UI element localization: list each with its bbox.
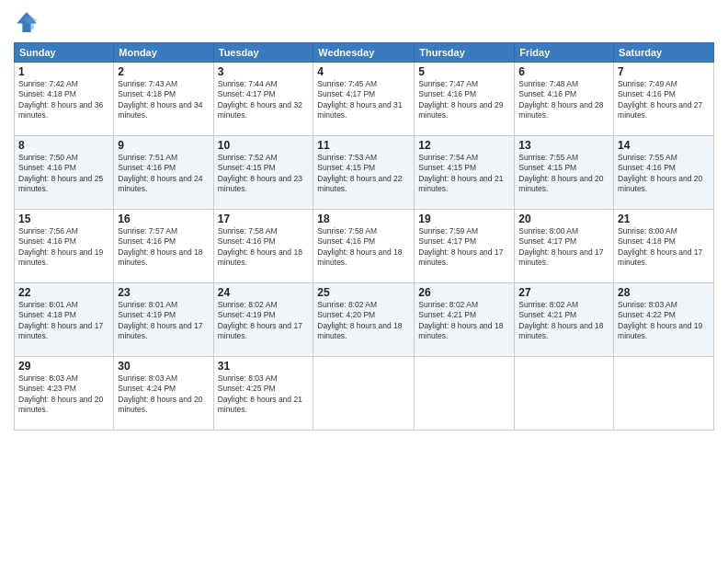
calendar-cell: 12Sunrise: 7:54 AMSunset: 4:15 PMDayligh… [415, 136, 515, 210]
day-number: 10 [218, 139, 310, 152]
calendar-cell: 20Sunrise: 8:00 AMSunset: 4:17 PMDayligh… [515, 210, 614, 283]
day-number: 13 [518, 139, 609, 152]
logo-icon [14, 9, 40, 35]
calendar-week-2: 8Sunrise: 7:50 AMSunset: 4:16 PMDaylight… [15, 136, 714, 210]
day-number: 22 [18, 286, 109, 299]
day-number: 24 [218, 286, 310, 299]
calendar-cell: 22Sunrise: 8:01 AMSunset: 4:18 PMDayligh… [15, 283, 114, 357]
calendar-cell: 2Sunrise: 7:43 AMSunset: 4:18 PMDaylight… [114, 63, 213, 136]
calendar-cell: 14Sunrise: 7:55 AMSunset: 4:16 PMDayligh… [614, 136, 714, 210]
calendar-cell: 27Sunrise: 8:02 AMSunset: 4:21 PMDayligh… [515, 283, 614, 357]
calendar-cell [614, 357, 714, 431]
col-header-sunday: Sunday [15, 43, 114, 63]
day-number: 9 [118, 139, 209, 152]
col-header-tuesday: Tuesday [213, 43, 313, 63]
calendar-cell: 25Sunrise: 8:02 AMSunset: 4:20 PMDayligh… [313, 283, 415, 357]
calendar-cell: 11Sunrise: 7:53 AMSunset: 4:15 PMDayligh… [313, 136, 415, 210]
day-number: 12 [418, 139, 510, 152]
col-header-thursday: Thursday [415, 43, 515, 63]
day-info: Sunrise: 8:00 AMSunset: 4:17 PMDaylight:… [518, 226, 609, 269]
day-info: Sunrise: 8:02 AMSunset: 4:21 PMDaylight:… [518, 300, 609, 342]
calendar-header-row: SundayMondayTuesdayWednesdayThursdayFrid… [15, 43, 714, 63]
day-info: Sunrise: 8:02 AMSunset: 4:19 PMDaylight:… [218, 300, 310, 342]
day-info: Sunrise: 7:42 AMSunset: 4:18 PMDaylight:… [18, 79, 109, 121]
header [14, 9, 714, 35]
calendar-cell: 30Sunrise: 8:03 AMSunset: 4:24 PMDayligh… [114, 357, 213, 431]
day-info: Sunrise: 7:50 AMSunset: 4:16 PMDaylight:… [18, 153, 109, 195]
day-info: Sunrise: 8:00 AMSunset: 4:18 PMDaylight:… [618, 226, 710, 269]
calendar-cell: 17Sunrise: 7:58 AMSunset: 4:16 PMDayligh… [213, 210, 313, 283]
day-info: Sunrise: 8:03 AMSunset: 4:24 PMDaylight:… [118, 373, 209, 416]
day-number: 15 [18, 213, 109, 225]
calendar-cell: 24Sunrise: 8:02 AMSunset: 4:19 PMDayligh… [213, 283, 313, 357]
day-number: 2 [118, 65, 209, 78]
day-number: 21 [618, 213, 710, 225]
day-info: Sunrise: 8:01 AMSunset: 4:18 PMDaylight:… [18, 300, 109, 342]
day-number: 29 [18, 360, 109, 373]
day-number: 23 [118, 286, 209, 299]
day-number: 19 [418, 213, 510, 225]
calendar-cell [313, 357, 415, 431]
day-info: Sunrise: 8:03 AMSunset: 4:22 PMDaylight:… [618, 300, 710, 342]
day-number: 14 [618, 139, 710, 152]
calendar-cell: 15Sunrise: 7:56 AMSunset: 4:16 PMDayligh… [15, 210, 114, 283]
day-info: Sunrise: 7:54 AMSunset: 4:15 PMDaylight:… [418, 153, 510, 195]
calendar-cell: 18Sunrise: 7:58 AMSunset: 4:16 PMDayligh… [313, 210, 415, 283]
day-number: 20 [518, 213, 609, 225]
day-number: 27 [518, 286, 609, 299]
day-number: 5 [418, 65, 510, 78]
col-header-monday: Monday [114, 43, 213, 63]
calendar-cell: 10Sunrise: 7:52 AMSunset: 4:15 PMDayligh… [213, 136, 313, 210]
day-number: 30 [118, 360, 209, 373]
day-number: 28 [618, 286, 710, 299]
day-number: 7 [618, 65, 710, 78]
calendar-cell: 23Sunrise: 8:01 AMSunset: 4:19 PMDayligh… [114, 283, 213, 357]
calendar-cell: 8Sunrise: 7:50 AMSunset: 4:16 PMDaylight… [15, 136, 114, 210]
day-info: Sunrise: 7:52 AMSunset: 4:15 PMDaylight:… [218, 153, 310, 195]
col-header-wednesday: Wednesday [313, 43, 415, 63]
day-number: 18 [317, 213, 410, 225]
col-header-saturday: Saturday [614, 43, 714, 63]
calendar-cell: 31Sunrise: 8:03 AMSunset: 4:25 PMDayligh… [213, 357, 313, 431]
calendar-cell: 28Sunrise: 8:03 AMSunset: 4:22 PMDayligh… [614, 283, 714, 357]
calendar-week-4: 22Sunrise: 8:01 AMSunset: 4:18 PMDayligh… [15, 283, 714, 357]
day-number: 4 [317, 65, 410, 78]
day-number: 25 [317, 286, 410, 299]
page: SundayMondayTuesdayWednesdayThursdayFrid… [0, 0, 728, 563]
calendar-cell: 7Sunrise: 7:49 AMSunset: 4:16 PMDaylight… [614, 63, 714, 136]
day-info: Sunrise: 7:51 AMSunset: 4:16 PMDaylight:… [118, 153, 209, 195]
calendar-cell [415, 357, 515, 431]
calendar-table: SundayMondayTuesdayWednesdayThursdayFrid… [14, 42, 714, 431]
calendar-cell: 9Sunrise: 7:51 AMSunset: 4:16 PMDaylight… [114, 136, 213, 210]
logo [14, 9, 43, 35]
calendar-cell: 29Sunrise: 8:03 AMSunset: 4:23 PMDayligh… [15, 357, 114, 431]
day-info: Sunrise: 7:49 AMSunset: 4:16 PMDaylight:… [618, 79, 710, 121]
day-info: Sunrise: 7:58 AMSunset: 4:16 PMDaylight:… [218, 226, 310, 269]
day-number: 16 [118, 213, 209, 225]
day-info: Sunrise: 7:43 AMSunset: 4:18 PMDaylight:… [118, 79, 209, 121]
day-number: 26 [418, 286, 510, 299]
calendar-week-1: 1Sunrise: 7:42 AMSunset: 4:18 PMDaylight… [15, 63, 714, 136]
calendar-cell: 5Sunrise: 7:47 AMSunset: 4:16 PMDaylight… [415, 63, 515, 136]
day-info: Sunrise: 8:02 AMSunset: 4:20 PMDaylight:… [317, 300, 410, 342]
calendar-cell: 21Sunrise: 8:00 AMSunset: 4:18 PMDayligh… [614, 210, 714, 283]
day-info: Sunrise: 7:48 AMSunset: 4:16 PMDaylight:… [518, 79, 609, 121]
day-number: 31 [218, 360, 310, 373]
calendar-cell: 4Sunrise: 7:45 AMSunset: 4:17 PMDaylight… [313, 63, 415, 136]
calendar-cell: 19Sunrise: 7:59 AMSunset: 4:17 PMDayligh… [415, 210, 515, 283]
day-info: Sunrise: 7:55 AMSunset: 4:15 PMDaylight:… [518, 153, 609, 195]
day-info: Sunrise: 8:03 AMSunset: 4:25 PMDaylight:… [218, 373, 310, 416]
day-info: Sunrise: 7:53 AMSunset: 4:15 PMDaylight:… [317, 153, 410, 195]
calendar-cell: 26Sunrise: 8:02 AMSunset: 4:21 PMDayligh… [415, 283, 515, 357]
day-info: Sunrise: 8:02 AMSunset: 4:21 PMDaylight:… [418, 300, 510, 342]
day-info: Sunrise: 8:03 AMSunset: 4:23 PMDaylight:… [18, 373, 109, 416]
day-info: Sunrise: 7:55 AMSunset: 4:16 PMDaylight:… [618, 153, 710, 195]
day-info: Sunrise: 7:56 AMSunset: 4:16 PMDaylight:… [18, 226, 109, 269]
day-info: Sunrise: 7:59 AMSunset: 4:17 PMDaylight:… [418, 226, 510, 269]
day-info: Sunrise: 7:44 AMSunset: 4:17 PMDaylight:… [218, 79, 310, 121]
day-number: 3 [218, 65, 310, 78]
day-info: Sunrise: 7:58 AMSunset: 4:16 PMDaylight:… [317, 226, 410, 269]
day-number: 6 [518, 65, 609, 78]
calendar-cell: 1Sunrise: 7:42 AMSunset: 4:18 PMDaylight… [15, 63, 114, 136]
calendar-cell: 3Sunrise: 7:44 AMSunset: 4:17 PMDaylight… [213, 63, 313, 136]
